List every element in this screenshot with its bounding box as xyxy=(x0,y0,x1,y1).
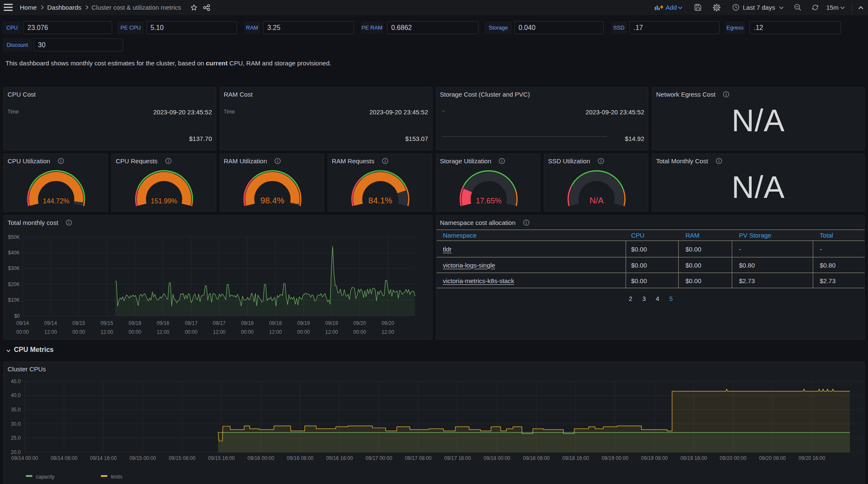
svg-text:40.0: 40.0 xyxy=(11,392,21,398)
svg-text:09/18 08:00: 09/18 08:00 xyxy=(523,455,550,461)
svg-text:09/17: 09/17 xyxy=(185,320,197,326)
svg-text:09/19 00:00: 09/19 00:00 xyxy=(602,455,629,461)
svg-text:09/20 08:00: 09/20 08:00 xyxy=(759,455,786,461)
svg-text:09/19 08:00: 09/19 08:00 xyxy=(641,455,668,461)
svg-text:09/14 00:00: 09/14 00:00 xyxy=(11,455,38,461)
svg-text:09/16 16:00: 09/16 16:00 xyxy=(326,455,353,461)
svg-text:00:00: 00:00 xyxy=(185,329,197,335)
svg-text:09/17 00:00: 09/17 00:00 xyxy=(365,455,392,461)
svg-text:09/20 16:00: 09/20 16:00 xyxy=(798,455,825,461)
svg-text:12:00: 12:00 xyxy=(44,329,57,335)
svg-text:00:00: 00:00 xyxy=(129,329,141,335)
svg-text:09/16: 09/16 xyxy=(129,320,141,326)
svg-text:09/20: 09/20 xyxy=(353,320,366,326)
svg-text:12:00: 12:00 xyxy=(213,329,226,335)
svg-text:$0: $0 xyxy=(14,313,20,319)
svg-text:09/18: 09/18 xyxy=(269,320,282,326)
svg-text:00:00: 00:00 xyxy=(297,329,310,335)
svg-text:151.99%: 151.99% xyxy=(151,197,177,205)
svg-text:$50K: $50K xyxy=(8,234,20,240)
svg-text:capacity: capacity xyxy=(36,474,54,480)
svg-text:09/14: 09/14 xyxy=(16,320,29,326)
svg-text:12:00: 12:00 xyxy=(157,329,169,335)
svg-text:09/17 16:00: 09/17 16:00 xyxy=(444,455,471,461)
svg-text:09/18: 09/18 xyxy=(241,320,254,326)
svg-text:09/14 08:00: 09/14 08:00 xyxy=(51,455,78,461)
svg-text:144.72%: 144.72% xyxy=(43,197,70,205)
svg-text:09/15: 09/15 xyxy=(100,320,113,326)
svg-text:N/A: N/A xyxy=(589,196,604,205)
svg-text:09/19 16:00: 09/19 16:00 xyxy=(680,455,707,461)
svg-text:35.0: 35.0 xyxy=(11,407,21,413)
svg-text:09/16 00:00: 09/16 00:00 xyxy=(247,455,274,461)
svg-text:09/15 16:00: 09/15 16:00 xyxy=(208,455,235,461)
svg-text:00:00: 00:00 xyxy=(241,329,254,335)
svg-text:20.0: 20.0 xyxy=(11,449,21,455)
svg-text:09/20: 09/20 xyxy=(382,320,394,326)
svg-text:09/18 16:00: 09/18 16:00 xyxy=(562,455,589,461)
svg-text:09/18 00:00: 09/18 00:00 xyxy=(484,455,511,461)
svg-text:30.0: 30.0 xyxy=(11,421,21,427)
svg-text:09/16 08:00: 09/16 08:00 xyxy=(287,455,314,461)
svg-text:09/15 08:00: 09/15 08:00 xyxy=(169,455,196,461)
svg-text:09/17 08:00: 09/17 08:00 xyxy=(405,455,432,461)
svg-text:09/15 00:00: 09/15 00:00 xyxy=(129,455,156,461)
svg-text:12:00: 12:00 xyxy=(325,329,338,335)
svg-text:98.4%: 98.4% xyxy=(261,196,285,205)
svg-text:$20K: $20K xyxy=(8,281,20,287)
svg-text:$30K: $30K xyxy=(8,265,20,271)
svg-text:12:00: 12:00 xyxy=(100,329,113,335)
svg-text:09/17: 09/17 xyxy=(213,320,226,326)
svg-text:09/16: 09/16 xyxy=(157,320,169,326)
svg-text:12:00: 12:00 xyxy=(269,329,282,335)
svg-text:limits: limits xyxy=(111,474,122,480)
svg-text:12:00: 12:00 xyxy=(382,329,394,335)
svg-text:09/20 00:00: 09/20 00:00 xyxy=(720,455,747,461)
svg-text:00:00: 00:00 xyxy=(353,329,366,335)
svg-text:45.0: 45.0 xyxy=(11,379,21,384)
svg-text:00:00: 00:00 xyxy=(73,329,85,335)
svg-text:$40K: $40K xyxy=(8,250,20,256)
svg-text:09/14 16:00: 09/14 16:00 xyxy=(90,455,117,461)
svg-text:09/15: 09/15 xyxy=(73,320,85,326)
svg-text:00:00: 00:00 xyxy=(16,329,29,335)
svg-text:09/19: 09/19 xyxy=(325,320,338,326)
svg-text:09/14: 09/14 xyxy=(44,320,57,326)
svg-text:17.65%: 17.65% xyxy=(476,197,501,205)
svg-text:25.0: 25.0 xyxy=(11,435,21,441)
svg-text:09/19: 09/19 xyxy=(297,320,310,326)
svg-text:$10K: $10K xyxy=(8,297,20,303)
svg-text:84.1%: 84.1% xyxy=(368,196,392,205)
